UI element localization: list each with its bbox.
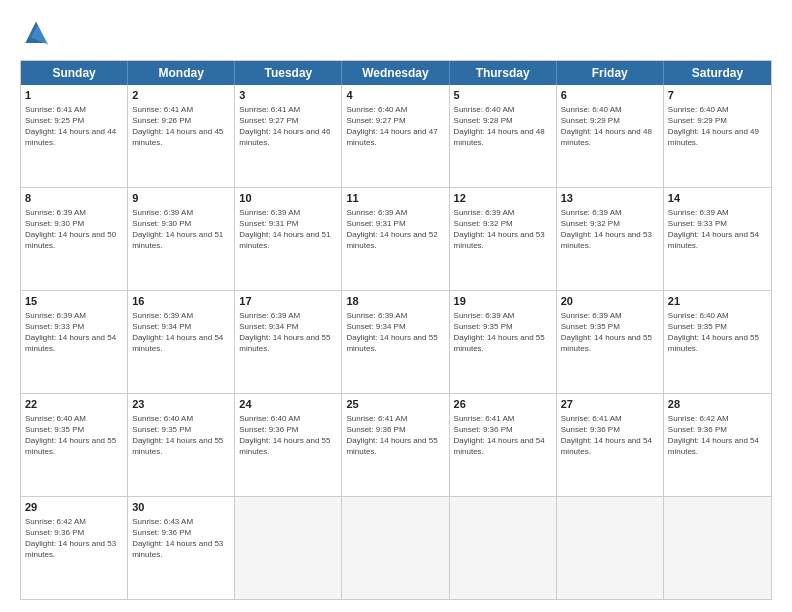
cell-info: Sunset: 9:29 PM bbox=[668, 115, 767, 126]
cell-info: Sunrise: 6:42 AM bbox=[668, 413, 767, 424]
day-number: 4 bbox=[346, 88, 444, 103]
day-number: 19 bbox=[454, 294, 552, 309]
calendar-cell: 23Sunrise: 6:40 AMSunset: 9:35 PMDayligh… bbox=[128, 394, 235, 496]
cell-info: Daylight: 14 hours and 55 minutes. bbox=[346, 332, 444, 354]
cell-info: Sunrise: 6:39 AM bbox=[454, 310, 552, 321]
cell-info: Daylight: 14 hours and 54 minutes. bbox=[132, 332, 230, 354]
calendar-row: 15Sunrise: 6:39 AMSunset: 9:33 PMDayligh… bbox=[21, 290, 771, 393]
day-number: 11 bbox=[346, 191, 444, 206]
cell-info: Sunrise: 6:39 AM bbox=[668, 207, 767, 218]
day-of-week-tuesday: Tuesday bbox=[235, 61, 342, 85]
calendar-cell: 6Sunrise: 6:40 AMSunset: 9:29 PMDaylight… bbox=[557, 85, 664, 187]
cell-info: Sunrise: 6:42 AM bbox=[25, 516, 123, 527]
calendar-cell: 15Sunrise: 6:39 AMSunset: 9:33 PMDayligh… bbox=[21, 291, 128, 393]
day-number: 15 bbox=[25, 294, 123, 309]
day-number: 24 bbox=[239, 397, 337, 412]
day-of-week-monday: Monday bbox=[128, 61, 235, 85]
day-number: 29 bbox=[25, 500, 123, 515]
cell-info: Sunset: 9:33 PM bbox=[25, 321, 123, 332]
cell-info: Sunset: 9:30 PM bbox=[132, 218, 230, 229]
cell-info: Sunrise: 6:40 AM bbox=[239, 413, 337, 424]
cell-info: Daylight: 14 hours and 49 minutes. bbox=[668, 126, 767, 148]
calendar-cell: 27Sunrise: 6:41 AMSunset: 9:36 PMDayligh… bbox=[557, 394, 664, 496]
cell-info: Sunrise: 6:39 AM bbox=[25, 310, 123, 321]
cell-info: Daylight: 14 hours and 51 minutes. bbox=[239, 229, 337, 251]
cell-info: Daylight: 14 hours and 55 minutes. bbox=[561, 332, 659, 354]
calendar-cell: 21Sunrise: 6:40 AMSunset: 9:35 PMDayligh… bbox=[664, 291, 771, 393]
calendar-cell: 26Sunrise: 6:41 AMSunset: 9:36 PMDayligh… bbox=[450, 394, 557, 496]
calendar: SundayMondayTuesdayWednesdayThursdayFrid… bbox=[20, 60, 772, 600]
calendar-cell: 19Sunrise: 6:39 AMSunset: 9:35 PMDayligh… bbox=[450, 291, 557, 393]
cell-info: Sunset: 9:25 PM bbox=[25, 115, 123, 126]
day-number: 16 bbox=[132, 294, 230, 309]
cell-info: Sunrise: 6:39 AM bbox=[25, 207, 123, 218]
calendar-cell: 4Sunrise: 6:40 AMSunset: 9:27 PMDaylight… bbox=[342, 85, 449, 187]
cell-info: Daylight: 14 hours and 53 minutes. bbox=[132, 538, 230, 560]
cell-info: Sunset: 9:34 PM bbox=[239, 321, 337, 332]
day-number: 10 bbox=[239, 191, 337, 206]
cell-info: Sunset: 9:35 PM bbox=[668, 321, 767, 332]
calendar-row: 1Sunrise: 6:41 AMSunset: 9:25 PMDaylight… bbox=[21, 85, 771, 187]
cell-info: Daylight: 14 hours and 55 minutes. bbox=[25, 435, 123, 457]
calendar-cell: 29Sunrise: 6:42 AMSunset: 9:36 PMDayligh… bbox=[21, 497, 128, 599]
cell-info: Sunrise: 6:41 AM bbox=[561, 413, 659, 424]
cell-info: Sunrise: 6:39 AM bbox=[346, 207, 444, 218]
cell-info: Sunrise: 6:39 AM bbox=[561, 207, 659, 218]
cell-info: Daylight: 14 hours and 48 minutes. bbox=[454, 126, 552, 148]
logo bbox=[20, 18, 56, 50]
calendar-cell: 12Sunrise: 6:39 AMSunset: 9:32 PMDayligh… bbox=[450, 188, 557, 290]
cell-info: Sunset: 9:32 PM bbox=[561, 218, 659, 229]
day-number: 28 bbox=[668, 397, 767, 412]
day-number: 30 bbox=[132, 500, 230, 515]
cell-info: Sunrise: 6:41 AM bbox=[346, 413, 444, 424]
cell-info: Sunset: 9:27 PM bbox=[239, 115, 337, 126]
page: SundayMondayTuesdayWednesdayThursdayFrid… bbox=[0, 0, 792, 612]
cell-info: Sunset: 9:26 PM bbox=[132, 115, 230, 126]
cell-info: Sunset: 9:35 PM bbox=[561, 321, 659, 332]
cell-info: Daylight: 14 hours and 54 minutes. bbox=[561, 435, 659, 457]
day-of-week-saturday: Saturday bbox=[664, 61, 771, 85]
calendar-cell: 22Sunrise: 6:40 AMSunset: 9:35 PMDayligh… bbox=[21, 394, 128, 496]
cell-info: Sunrise: 6:40 AM bbox=[668, 310, 767, 321]
cell-info: Sunrise: 6:39 AM bbox=[132, 207, 230, 218]
cell-info: Sunset: 9:35 PM bbox=[132, 424, 230, 435]
calendar-row: 22Sunrise: 6:40 AMSunset: 9:35 PMDayligh… bbox=[21, 393, 771, 496]
cell-info: Sunrise: 6:41 AM bbox=[25, 104, 123, 115]
cell-info: Daylight: 14 hours and 48 minutes. bbox=[561, 126, 659, 148]
cell-info: Sunrise: 6:41 AM bbox=[239, 104, 337, 115]
calendar-cell: 24Sunrise: 6:40 AMSunset: 9:36 PMDayligh… bbox=[235, 394, 342, 496]
calendar-cell: 8Sunrise: 6:39 AMSunset: 9:30 PMDaylight… bbox=[21, 188, 128, 290]
calendar-cell: 3Sunrise: 6:41 AMSunset: 9:27 PMDaylight… bbox=[235, 85, 342, 187]
day-number: 6 bbox=[561, 88, 659, 103]
cell-info: Sunrise: 6:40 AM bbox=[132, 413, 230, 424]
cell-info: Sunset: 9:36 PM bbox=[346, 424, 444, 435]
day-of-week-sunday: Sunday bbox=[21, 61, 128, 85]
cell-info: Daylight: 14 hours and 46 minutes. bbox=[239, 126, 337, 148]
cell-info: Daylight: 14 hours and 47 minutes. bbox=[346, 126, 444, 148]
cell-info: Sunset: 9:33 PM bbox=[668, 218, 767, 229]
cell-info: Daylight: 14 hours and 55 minutes. bbox=[454, 332, 552, 354]
day-number: 21 bbox=[668, 294, 767, 309]
cell-info: Sunrise: 6:41 AM bbox=[454, 413, 552, 424]
cell-info: Daylight: 14 hours and 53 minutes. bbox=[561, 229, 659, 251]
cell-info: Sunrise: 6:39 AM bbox=[346, 310, 444, 321]
cell-info: Daylight: 14 hours and 54 minutes. bbox=[668, 435, 767, 457]
cell-info: Sunset: 9:32 PM bbox=[454, 218, 552, 229]
cell-info: Daylight: 14 hours and 55 minutes. bbox=[132, 435, 230, 457]
day-number: 22 bbox=[25, 397, 123, 412]
cell-info: Sunset: 9:29 PM bbox=[561, 115, 659, 126]
day-of-week-wednesday: Wednesday bbox=[342, 61, 449, 85]
cell-info: Daylight: 14 hours and 54 minutes. bbox=[668, 229, 767, 251]
calendar-cell: 13Sunrise: 6:39 AMSunset: 9:32 PMDayligh… bbox=[557, 188, 664, 290]
calendar-cell: 16Sunrise: 6:39 AMSunset: 9:34 PMDayligh… bbox=[128, 291, 235, 393]
cell-info: Sunset: 9:36 PM bbox=[25, 527, 123, 538]
cell-info: Sunset: 9:34 PM bbox=[132, 321, 230, 332]
day-number: 17 bbox=[239, 294, 337, 309]
cell-info: Sunrise: 6:39 AM bbox=[239, 310, 337, 321]
calendar-row: 8Sunrise: 6:39 AMSunset: 9:30 PMDaylight… bbox=[21, 187, 771, 290]
calendar-cell: 28Sunrise: 6:42 AMSunset: 9:36 PMDayligh… bbox=[664, 394, 771, 496]
cell-info: Sunset: 9:34 PM bbox=[346, 321, 444, 332]
logo-icon bbox=[20, 18, 52, 50]
cell-info: Sunrise: 6:40 AM bbox=[668, 104, 767, 115]
calendar-cell: 30Sunrise: 6:43 AMSunset: 9:36 PMDayligh… bbox=[128, 497, 235, 599]
